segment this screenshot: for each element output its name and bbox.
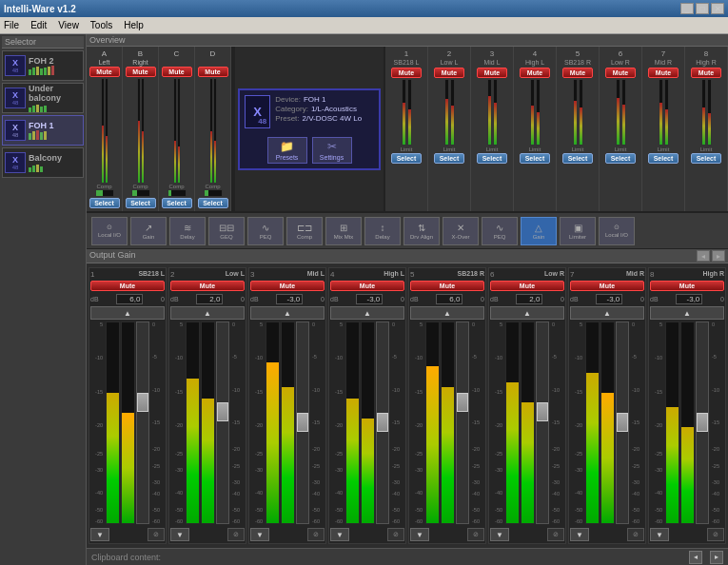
- toolbar-limiter[interactable]: ▣ Limiter: [560, 217, 596, 245]
- presets-btn[interactable]: 📁 Presets: [267, 137, 307, 164]
- channel-d-select[interactable]: Select: [198, 198, 228, 208]
- out8-mute[interactable]: Mute: [691, 68, 721, 78]
- window-controls[interactable]: _ □ ✕: [680, 3, 724, 14]
- toolbar-drv-align[interactable]: ⇅ Drv Align: [403, 217, 440, 245]
- out2-fader[interactable]: [216, 321, 229, 524]
- out5-null[interactable]: ⊘: [467, 528, 484, 541]
- out8-null[interactable]: ⊘: [707, 528, 724, 541]
- out8-select[interactable]: Select: [691, 153, 721, 164]
- maximize-btn[interactable]: □: [696, 3, 709, 14]
- out6-down[interactable]: ▼: [490, 528, 509, 541]
- toolbar-comp[interactable]: ⊏⊐ Comp: [286, 217, 323, 245]
- corner-btn-2[interactable]: ▸: [712, 250, 725, 262]
- out4-up[interactable]: ▲: [330, 306, 404, 320]
- out-gain-1-mute[interactable]: Mute: [90, 281, 165, 291]
- out4-down[interactable]: ▼: [330, 528, 349, 541]
- out1-down[interactable]: ▼: [90, 528, 109, 541]
- out1-select[interactable]: Select: [391, 153, 422, 164]
- out3-null[interactable]: ⊘: [307, 528, 325, 541]
- out5-mute[interactable]: Mute: [562, 68, 593, 78]
- menu-edit[interactable]: Edit: [30, 20, 47, 30]
- status-icon-right[interactable]: ▸: [710, 551, 723, 564]
- selector-item-underbalcony[interactable]: X 48 Under balcony: [2, 83, 84, 113]
- toolbar-local-io-right[interactable]: ⊙ Local I/O: [599, 217, 635, 245]
- channel-c-mute[interactable]: Mute: [162, 67, 192, 77]
- out2-down[interactable]: ▼: [170, 528, 189, 541]
- minimize-btn[interactable]: _: [680, 3, 694, 14]
- out-gain-3-mute[interactable]: Mute: [250, 281, 325, 291]
- out6-fader[interactable]: [536, 321, 549, 524]
- out2-up[interactable]: ▲: [170, 306, 245, 320]
- out7-select[interactable]: Select: [648, 153, 679, 164]
- menu-help[interactable]: Help: [124, 20, 144, 30]
- out8-fader-handle[interactable]: [697, 413, 708, 432]
- out1-null[interactable]: ⊘: [148, 528, 165, 541]
- status-icon-left[interactable]: ◂: [689, 551, 702, 564]
- out4-null[interactable]: ⊘: [387, 528, 404, 541]
- menu-tools[interactable]: Tools: [90, 20, 112, 30]
- menu-view[interactable]: View: [58, 20, 79, 30]
- channel-d-mute[interactable]: Mute: [198, 67, 228, 77]
- out3-down[interactable]: ▼: [250, 528, 269, 541]
- toolbar-gain2[interactable]: △ Gain: [521, 217, 557, 245]
- out1-up[interactable]: ▲: [90, 306, 165, 320]
- out7-down[interactable]: ▼: [570, 528, 589, 541]
- channel-b-mute[interactable]: Mute: [126, 67, 156, 77]
- out5-select[interactable]: Select: [562, 153, 593, 164]
- settings-btn[interactable]: ✂ Settings: [312, 137, 352, 164]
- toolbar-geq[interactable]: ⊟⊟ GEQ: [208, 217, 245, 245]
- out3-select[interactable]: Select: [477, 153, 507, 164]
- out6-up[interactable]: ▲: [490, 306, 564, 320]
- out-gain-5-mute[interactable]: Mute: [410, 281, 484, 291]
- out4-fader[interactable]: [376, 321, 389, 524]
- toolbar-delay2[interactable]: ↕ Delay: [364, 217, 401, 245]
- out4-fader-handle[interactable]: [377, 413, 388, 432]
- toolbar-peq2[interactable]: ∿ PEQ: [482, 217, 518, 245]
- out6-mute[interactable]: Mute: [605, 68, 636, 78]
- out6-null[interactable]: ⊘: [547, 528, 564, 541]
- out7-null[interactable]: ⊘: [627, 528, 644, 541]
- out2-fader-handle[interactable]: [217, 402, 228, 421]
- out2-select[interactable]: Select: [434, 153, 464, 164]
- out5-up[interactable]: ▲: [410, 306, 484, 320]
- out5-down[interactable]: ▼: [410, 528, 429, 541]
- out-gain-2-mute[interactable]: Mute: [170, 281, 245, 291]
- out7-up[interactable]: ▲: [570, 306, 644, 320]
- out1-mute[interactable]: Mute: [391, 68, 422, 78]
- toolbar-local-io-left[interactable]: ⊙ Local I/O: [91, 217, 128, 245]
- out8-fader[interactable]: [696, 321, 709, 524]
- out7-mute[interactable]: Mute: [648, 68, 679, 78]
- out7-fader-handle[interactable]: [617, 413, 628, 432]
- selector-item-foh1[interactable]: X 48 FOH 1: [2, 115, 84, 146]
- toolbar-gain[interactable]: ↗ Gain: [130, 217, 167, 245]
- close-btn[interactable]: ✕: [711, 3, 724, 14]
- menu-file[interactable]: File: [4, 20, 19, 30]
- selector-item-foh2[interactable]: X 48 FOH 2: [2, 50, 84, 81]
- channel-a-select[interactable]: Select: [89, 198, 120, 208]
- out2-null[interactable]: ⊘: [227, 528, 245, 541]
- out4-mute[interactable]: Mute: [520, 68, 550, 78]
- toolbar-mix-mtx[interactable]: ⊞ Mix Mtx: [325, 217, 362, 245]
- out3-mute[interactable]: Mute: [477, 68, 507, 78]
- out1-fader[interactable]: [136, 321, 149, 524]
- out1-fader-handle[interactable]: [137, 393, 148, 412]
- toolbar-peq[interactable]: ∿ PEQ: [247, 217, 284, 245]
- selector-item-balcony[interactable]: X 48 Balcony: [2, 147, 84, 178]
- out6-select[interactable]: Select: [605, 153, 636, 164]
- out6-fader-handle[interactable]: [537, 402, 548, 421]
- out3-fader-handle[interactable]: [297, 413, 308, 432]
- out-gain-4-mute[interactable]: Mute: [330, 281, 404, 291]
- toolbar-x-over[interactable]: ✕ X-Over: [443, 217, 479, 245]
- channel-a-mute[interactable]: Mute: [89, 67, 120, 77]
- channel-b-select[interactable]: Select: [126, 198, 156, 208]
- out5-fader-handle[interactable]: [457, 393, 468, 412]
- out8-down[interactable]: ▼: [650, 528, 669, 541]
- out-gain-7-mute[interactable]: Mute: [570, 281, 644, 291]
- out7-fader[interactable]: [616, 321, 629, 524]
- out8-up[interactable]: ▲: [650, 306, 724, 320]
- out2-mute[interactable]: Mute: [434, 68, 464, 78]
- out3-fader[interactable]: [296, 321, 309, 524]
- out-gain-8-mute[interactable]: Mute: [650, 281, 724, 291]
- corner-btn-1[interactable]: ◂: [697, 250, 710, 262]
- out4-select[interactable]: Select: [520, 153, 550, 164]
